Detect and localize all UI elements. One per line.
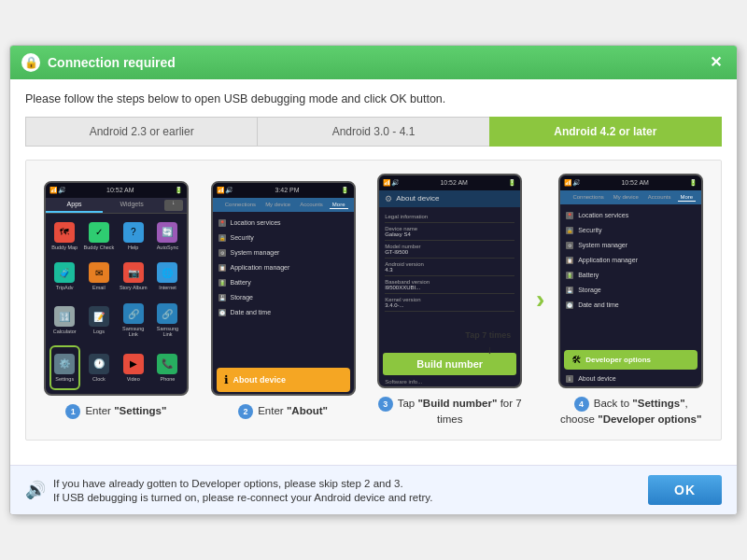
menu-list-2: 📍Location services 🔒Security ⚙System man…	[213, 212, 354, 366]
p4-menu-about: ℹAbout device	[560, 371, 701, 386]
menu-datetime: 🕐Date and time	[213, 305, 354, 320]
android-row: Android version4.3	[385, 259, 514, 276]
step-3-label: 3 Tap "Build number" for 7 times	[369, 396, 530, 427]
tab-android-new[interactable]: Android 4.2 or later	[489, 117, 722, 147]
p4-menu-storage: 💾Storage	[560, 283, 701, 298]
footer-line-2: If USB debugging is turned on, please re…	[53, 492, 432, 503]
security-icon: 🔒	[218, 234, 226, 242]
location-icon: 📍	[218, 219, 226, 227]
build-number-highlight: Build number	[383, 353, 516, 375]
menu-appmgr: 📋Application manager	[213, 260, 354, 275]
dialog-icon: 🔒	[21, 53, 40, 72]
p4-sysmgr-icon: ⚙	[566, 242, 573, 249]
step-3-number: 3	[378, 397, 393, 412]
dev-icon: 🛠	[571, 355, 581, 365]
tap-7-label: Tap 7 times	[465, 330, 511, 340]
p4-more-tab: More	[678, 193, 697, 202]
version-tabs: Android 2.3 or earlier Android 3.0 - 4.1…	[25, 117, 722, 147]
step-1-number: 1	[65, 404, 80, 419]
menu-storage: 💾Storage	[213, 290, 354, 305]
menu-sysmgr: ⚙System manager	[213, 245, 354, 260]
conn-tab: Connections	[222, 201, 259, 209]
p4-storage-icon: 💾	[566, 287, 573, 294]
legal-row: Legal information	[385, 211, 514, 223]
p4-menu-security: 🔒Security	[560, 223, 701, 238]
menu-security: 🔒Security	[213, 231, 354, 245]
app-settings: ⚙️Settings	[49, 345, 80, 390]
tab-android-mid[interactable]: Android 3.0 - 4.1	[257, 117, 488, 147]
p4-datetime-icon: 🕐	[566, 301, 573, 309]
p4-menu-appmgr: 📋Application manager	[560, 253, 701, 268]
p4-menu-sysmgr: ⚙System manager	[560, 238, 701, 253]
step-4: 📶🔊 10:52 AM 🔋 Connections My device Acco…	[550, 174, 712, 427]
menu-location: 📍Location services	[213, 216, 354, 231]
p4-menu-datetime: 🕐Date and time	[560, 298, 701, 313]
battery-icon: 🔋	[218, 279, 226, 287]
dialog-title: Connection required	[48, 55, 176, 70]
speaker-icon: 🔊	[25, 480, 46, 500]
build-number-section: Tap 7 times ↓ Build number	[379, 351, 520, 377]
step-1-label: 1 Enter "Settings"	[65, 403, 166, 419]
phone-1-app-tabs: Apps Widgets ↓	[46, 198, 187, 214]
step-2-label: 2 Enter "About"	[238, 403, 328, 419]
softwareinfo: Software info...	[379, 377, 520, 386]
app-samsung1: 🔗Samsung Link	[118, 299, 148, 342]
menu-battery: 🔋Battery	[213, 275, 354, 290]
connection-dialog: 🔒 Connection required ✕ Please follow th…	[9, 45, 738, 515]
app-clock: 🕐Clock	[84, 345, 115, 390]
p4-location-icon: 📍	[566, 212, 573, 219]
p4-security-icon: 🔒	[566, 227, 573, 234]
tab-android-old[interactable]: Android 2.3 or earlier	[25, 117, 257, 147]
p4-accounts-tab: Accounts	[645, 193, 674, 202]
title-bar: 🔒 Connection required ✕	[10, 46, 737, 79]
phone-3-header: ⚙ About device	[379, 190, 520, 207]
about-highlight: ℹ About device	[217, 368, 350, 392]
datetime-icon: 🕐	[218, 309, 226, 316]
p4-menu-location: 📍Location services	[560, 208, 701, 223]
p4-menu-battery: 🔋Battery	[560, 268, 701, 283]
step-4-number: 4	[574, 397, 589, 412]
apps-tab: Apps	[46, 198, 104, 213]
app-internet: 🌐Internet	[152, 259, 183, 296]
widgets-tab: Widgets	[103, 198, 161, 213]
app-buddymap: 🗺Buddy Map	[49, 217, 80, 255]
build-number-text: Build number	[387, 358, 513, 370]
app-phone: 📞Phone	[152, 345, 183, 390]
instruction-text: Please follow the steps below to open US…	[25, 92, 722, 105]
ok-button[interactable]: OK	[648, 475, 722, 505]
next-arrow[interactable]: ›	[536, 285, 544, 315]
storage-icon: 💾	[218, 294, 226, 301]
phone-4-header: Connections My device Accounts More	[560, 190, 701, 204]
menu-list-4: 📍Location services 🔒Security ⚙System man…	[560, 204, 701, 348]
appmgr-icon: 📋	[218, 264, 226, 272]
dialog-body: Please follow the steps below to open US…	[10, 79, 737, 465]
footer-left: 🔊 If you have already gotten to Develope…	[25, 478, 432, 503]
phone-1-mockup: 📶🔊 10:52 AM 🔋 Apps Widgets ↓ 🗺Buddy Map …	[44, 181, 189, 396]
app-help: ?Help	[118, 217, 148, 255]
p4-appmgr-icon: 📋	[566, 257, 573, 264]
title-bar-left: 🔒 Connection required	[21, 53, 176, 72]
app-calculator: 🔢Calculator	[49, 299, 80, 342]
phone-3-mockup: 📶🔊 10:52 AM 🔋 ⚙ About device Legal infor…	[377, 174, 522, 388]
app-grid: 🗺Buddy Map ✓Buddy Check ?Help 🔄AutoSync …	[46, 214, 187, 394]
close-button[interactable]: ✕	[706, 53, 726, 72]
app-autosync: 🔄AutoSync	[152, 217, 183, 255]
app-buddycheck: ✓Buddy Check	[84, 217, 115, 255]
p4-about-icon: ℹ	[566, 375, 573, 383]
baseband-row: Baseband versionI9500XXUBI...	[385, 276, 514, 294]
app-album: 📷Story Album	[118, 259, 148, 296]
step-3: 📶🔊 10:52 AM 🔋 ⚙ About device Legal infor…	[369, 174, 530, 427]
footer-line-1: If you have already gotten to Developer …	[53, 478, 432, 489]
footer-section: 🔊 If you have already gotten to Develope…	[10, 465, 737, 514]
app-logs: 📝Logs	[84, 299, 115, 342]
tab-icon: ↓	[164, 200, 183, 211]
accounts-tab: Accounts	[297, 201, 326, 209]
p4-mydev-tab: My device	[611, 193, 641, 202]
phone-3-status: 📶🔊 10:52 AM 🔋	[379, 175, 520, 190]
about-content: Legal information Device nameGalaxy S4 M…	[379, 207, 520, 351]
phone-2-mockup: 📶🔊 3:42 PM 🔋 Connections My device Accou…	[211, 181, 356, 396]
app-video: ▶Video	[118, 345, 148, 390]
developer-options-highlight: 🛠 Developer options	[564, 350, 698, 370]
p4-battery-icon: 🔋	[566, 272, 573, 279]
step-1: 📶🔊 10:52 AM 🔋 Apps Widgets ↓ 🗺Buddy Map …	[35, 181, 197, 419]
